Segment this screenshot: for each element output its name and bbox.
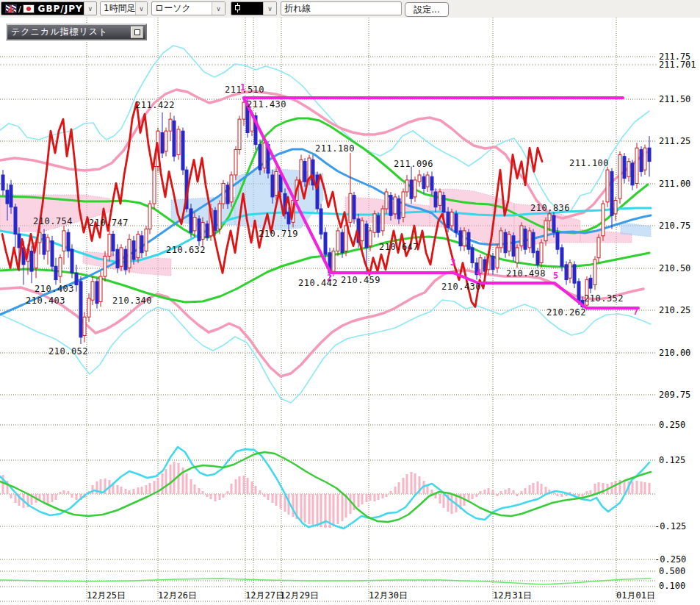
trading-app-window: { "toolbar": { "symbol": "GBP/JPY", "sym… — [0, 0, 700, 605]
svg-text:210.632: 210.632 — [166, 245, 206, 255]
svg-text:0.250: 0.250 — [659, 420, 685, 430]
svg-text:211.25: 211.25 — [659, 136, 690, 146]
svg-text:210.00: 210.00 — [659, 348, 690, 358]
svg-text:210.50: 210.50 — [659, 263, 690, 273]
chevron-down-icon[interactable]: ∨ — [212, 2, 225, 15]
svg-text:12月25日: 12月25日 — [87, 590, 126, 601]
chart-type-select[interactable]: ローソク ∨ — [151, 1, 225, 15]
svg-text:210.25: 210.25 — [659, 305, 690, 315]
svg-text:0.500: 0.500 — [659, 566, 685, 576]
drawing-vertex-label: 7 — [633, 307, 638, 317]
svg-text:211.430: 211.430 — [247, 99, 286, 110]
svg-text:12月29日: 12月29日 — [280, 590, 319, 601]
symbol-label: GBP/JPY — [38, 4, 83, 14]
settings-button[interactable]: 設定... — [405, 2, 449, 17]
svg-text:01月01日: 01月01日 — [616, 590, 655, 601]
chart-type-label: ローソク — [152, 2, 194, 15]
svg-text:210.262: 210.262 — [546, 307, 586, 318]
svg-text:211.180: 211.180 — [315, 143, 355, 154]
timeframe-label: 1時間足 — [101, 2, 135, 15]
drawing-vertex-label: 4 — [476, 268, 481, 278]
svg-text:210.75: 210.75 — [659, 221, 690, 231]
technical-indicator-list-panel[interactable]: テクニカル指標リスト — [6, 24, 147, 40]
candlestick-icon — [231, 3, 244, 15]
svg-text:211.422: 211.422 — [135, 100, 175, 110]
chevron-down-icon[interactable]: ∨ — [263, 2, 276, 15]
svg-text:0.100: 0.100 — [659, 581, 685, 591]
svg-text:211.701: 211.701 — [659, 60, 696, 70]
svg-text:211.50: 211.50 — [659, 94, 690, 104]
svg-text:210.747: 210.747 — [89, 218, 129, 228]
timeframe-select[interactable]: 1時間足 ∨ — [100, 1, 148, 15]
restore-icon[interactable] — [131, 26, 143, 38]
svg-text:210.719: 210.719 — [259, 229, 298, 239]
panel-title: テクニカル指標リスト — [7, 26, 108, 38]
svg-text:210.403: 210.403 — [35, 284, 74, 294]
svg-text:-0.125: -0.125 — [654, 521, 686, 531]
svg-text:210.754: 210.754 — [33, 216, 73, 226]
drawing-name-input[interactable] — [281, 1, 402, 15]
symbol-select[interactable]: / GBP/JPY ∨ — [1, 1, 97, 15]
svg-text:210.459: 210.459 — [341, 275, 380, 285]
svg-text:210.430: 210.430 — [441, 282, 481, 292]
svg-text:211.00: 211.00 — [659, 179, 690, 189]
svg-text:211.510: 211.510 — [225, 85, 264, 95]
chart-canvas[interactable]: 123457211.510211.422211.430211.180211.09… — [0, 0, 700, 605]
svg-text:211.100: 211.100 — [569, 158, 609, 168]
svg-text:12月31日: 12月31日 — [493, 590, 532, 601]
uk-flag-icon — [5, 4, 17, 13]
drawing-vertex-label: 3 — [450, 257, 455, 268]
drawing-vertex-label: 5 — [553, 271, 558, 281]
svg-text:12月26日: 12月26日 — [158, 590, 197, 601]
japan-flag-icon — [23, 4, 35, 13]
svg-text:210.836: 210.836 — [530, 203, 570, 213]
svg-text:210.498: 210.498 — [506, 268, 546, 279]
svg-text:209.75: 209.75 — [659, 390, 690, 400]
svg-text:210.352: 210.352 — [584, 293, 624, 304]
chevron-down-icon[interactable]: ∨ — [135, 2, 147, 15]
svg-text:211.096: 211.096 — [394, 159, 433, 169]
toolbar: / GBP/JPY ∨ 1時間足 ∨ ローソク ∨ ∨ 設定... — [0, 0, 700, 18]
svg-text:210.647: 210.647 — [379, 242, 419, 252]
chevron-down-icon[interactable]: ∨ — [84, 2, 97, 15]
svg-text:12月27日: 12月27日 — [245, 590, 284, 601]
svg-text:210.340: 210.340 — [112, 296, 152, 306]
svg-text:-0.250: -0.250 — [654, 554, 686, 565]
svg-text:210.403: 210.403 — [26, 296, 65, 306]
svg-text:0.125: 0.125 — [659, 455, 685, 465]
drawing-style-select[interactable]: ∨ — [231, 1, 277, 15]
svg-text:210.052: 210.052 — [48, 346, 88, 357]
svg-text:210.442: 210.442 — [298, 278, 338, 288]
svg-text:12月30日: 12月30日 — [369, 590, 408, 601]
